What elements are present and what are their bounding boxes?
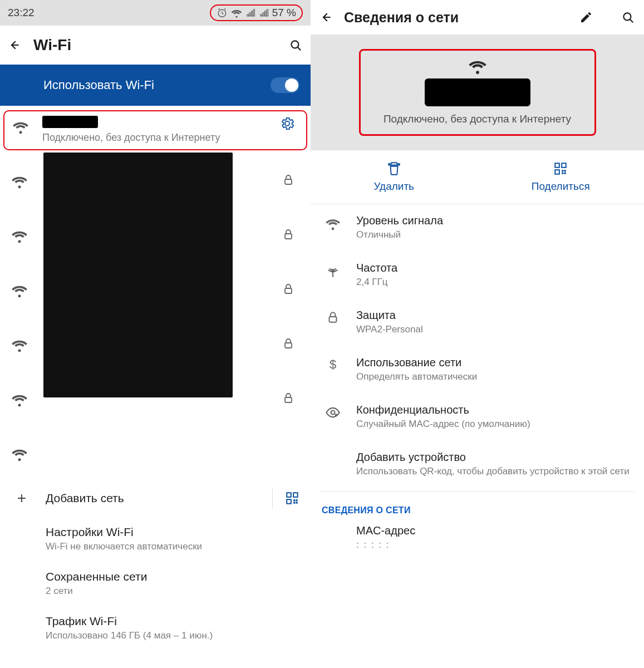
detail-title: Защита: [356, 309, 423, 322]
setting-subtitle: Wi-Fi не включается автоматически: [46, 541, 299, 552]
wifi-icon: [9, 116, 32, 135]
divider: [319, 492, 635, 492]
mac-address-row[interactable]: MAC-адрес : : : : :: [319, 521, 635, 562]
wifi-status-icon: [231, 7, 242, 18]
status-icons-highlight: 57 %: [210, 4, 303, 21]
edit-button[interactable]: [579, 11, 593, 24]
detail-value: Использовать QR-код, чтобы добавить устр…: [356, 465, 630, 478]
eye-icon: [322, 404, 344, 420]
network-hero-highlight: Подключено, без доступа к Интернету: [359, 49, 596, 136]
lock-icon: [277, 228, 299, 241]
network-row[interactable]: [0, 425, 311, 480]
wifi-preferences-row[interactable]: Настройки Wi-Fi Wi-Fi не включается авто…: [0, 517, 311, 561]
detail-title: Уровень сигнала: [356, 214, 443, 227]
back-button[interactable]: [8, 38, 22, 52]
lock-icon: [277, 173, 299, 186]
wifi-icon: [8, 225, 31, 244]
detail-title: MAC-адрес: [356, 524, 415, 537]
scan-qr-button[interactable]: [272, 489, 299, 508]
app-bar: Wi-Fi: [0, 26, 311, 65]
network-actions: Удалить Поделиться: [311, 150, 644, 204]
plus-icon: +: [13, 489, 30, 507]
network-details-screen: Сведения о сети Подключено, без доступа …: [311, 0, 644, 668]
signal-icon-2: [259, 8, 269, 18]
back-button[interactable]: [319, 10, 334, 24]
share-network-button[interactable]: Поделиться: [478, 150, 645, 204]
action-label: Поделиться: [532, 180, 590, 193]
lock-icon: [277, 391, 299, 405]
add-network-label: Добавить сеть: [46, 492, 257, 505]
status-bar: 23:22 57 %: [0, 0, 311, 26]
add-device-row[interactable]: Добавить устройствоИспользовать QR-код, …: [319, 441, 635, 488]
wifi-icon: [8, 389, 31, 407]
connected-network-name: [42, 116, 266, 131]
page-title: Wi-Fi: [33, 36, 71, 54]
antenna-icon: [322, 262, 344, 278]
status-time: 23:22: [8, 7, 35, 19]
wifi-icon: [322, 214, 344, 231]
setting-title: Настройки Wi-Fi: [46, 525, 299, 539]
security-row[interactable]: ЗащитаWPA2-Personal: [319, 299, 635, 346]
trash-icon: [387, 161, 401, 176]
connected-network-status: Подключено, без доступа к Интернету: [42, 132, 266, 144]
network-name-redacted: [425, 78, 530, 106]
wifi-toggle-switch[interactable]: [271, 77, 299, 93]
redacted-overlay: [43, 153, 233, 397]
detail-title: Добавить устройство: [356, 451, 630, 464]
privacy-row[interactable]: КонфиденциальностьСлучайный MAC-адрес (п…: [319, 394, 635, 441]
wifi-icon: [8, 170, 31, 189]
detail-title: Частота: [356, 262, 397, 274]
lock-icon: [277, 337, 299, 350]
setting-subtitle: Использовано 146 ГБ (4 мая – 1 июн.): [46, 630, 299, 641]
detail-value: Отличный: [356, 229, 443, 242]
detail-value: Случайный MAC-адрес (по умолчанию): [356, 418, 530, 431]
action-label: Удалить: [373, 180, 414, 193]
app-bar: Сведения о сети: [311, 0, 644, 35]
setting-subtitle: 2 сети: [46, 586, 299, 597]
wifi-icon: [465, 56, 490, 75]
wifi-master-toggle-row[interactable]: Использовать Wi-Fi: [0, 65, 311, 106]
frequency-row[interactable]: Частота2,4 ГГц: [319, 252, 635, 299]
wifi-toggle-label: Использовать Wi-Fi: [43, 78, 154, 92]
battery-percent: 57 %: [272, 7, 296, 19]
detail-value: WPA2-Personal: [356, 323, 423, 336]
page-title: Сведения о сети: [344, 9, 459, 26]
wifi-icon: [8, 279, 31, 298]
detail-title: Использование сети: [356, 356, 477, 369]
add-network-row[interactable]: + Добавить сеть: [0, 480, 311, 517]
saved-networks-row[interactable]: Сохраненные сети 2 сети: [0, 561, 311, 606]
network-settings-gear-icon[interactable]: [276, 116, 298, 131]
alarm-icon: [217, 7, 228, 18]
detail-value: Определять автоматически: [356, 371, 477, 384]
network-hero: Подключено, без доступа к Интернету: [311, 35, 644, 150]
section-header: СВЕДЕНИЯ О СЕТИ: [319, 495, 635, 521]
detail-title: Конфиденциальность: [356, 404, 530, 416]
setting-title: Трафик Wi-Fi: [46, 615, 299, 628]
wifi-icon: [8, 443, 31, 462]
search-button[interactable]: [288, 38, 303, 52]
wifi-icon: [8, 334, 31, 353]
lock-icon: [277, 282, 299, 296]
available-networks-list: [0, 153, 311, 480]
detail-value: : : : : :: [356, 539, 415, 552]
network-connection-status: Подключено, без доступа к Интернету: [384, 113, 571, 125]
wifi-settings-screen: 23:22 57 % Wi-Fi Использовать Wi-Fi: [0, 0, 311, 668]
search-button[interactable]: [621, 10, 635, 24]
connected-network-row[interactable]: Подключено, без доступа к Интернету: [3, 110, 307, 150]
detail-value: 2,4 ГГц: [356, 276, 397, 289]
signal-strength-row[interactable]: Уровень сигналаОтличный: [319, 204, 635, 252]
network-detail-list: Уровень сигналаОтличный Частота2,4 ГГц З…: [311, 204, 644, 562]
setting-title: Сохраненные сети: [46, 570, 299, 583]
qr-icon: [553, 161, 568, 176]
dollar-icon: $: [322, 356, 344, 372]
wifi-data-usage-row[interactable]: Трафик Wi-Fi Использовано 146 ГБ (4 мая …: [0, 606, 311, 650]
network-usage-row[interactable]: $ Использование сетиОпределять автоматич…: [319, 346, 635, 394]
forget-network-button[interactable]: Удалить: [311, 150, 478, 204]
lock-icon: [322, 309, 344, 325]
signal-icon-1: [245, 8, 255, 18]
